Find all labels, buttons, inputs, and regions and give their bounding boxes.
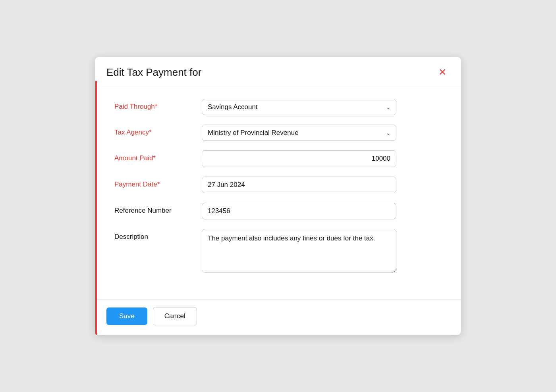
paid-through-row: Paid Through* Savings Account Checking A… <box>114 99 442 115</box>
reference-number-row: Reference Number <box>114 203 442 219</box>
save-button[interactable]: Save <box>106 307 147 325</box>
amount-paid-label: Amount Paid* <box>114 150 202 162</box>
payment-date-label: Payment Date* <box>114 177 202 188</box>
amount-paid-row: Amount Paid* <box>114 150 442 167</box>
reference-number-field <box>202 203 396 219</box>
description-textarea[interactable]: The payment also includes any fines or d… <box>202 229 396 273</box>
payment-date-field <box>202 177 396 193</box>
paid-through-select-wrapper: Savings Account Checking Account Cash ⌄ <box>202 99 396 115</box>
dialog-header: Edit Tax Payment for ✕ <box>95 57 461 86</box>
description-label: Description <box>114 229 202 241</box>
cancel-button[interactable]: Cancel <box>153 307 197 325</box>
reference-number-input[interactable] <box>202 203 396 219</box>
payment-date-row: Payment Date* <box>114 177 442 193</box>
description-field: The payment also includes any fines or d… <box>202 229 396 274</box>
dialog-title: Edit Tax Payment for <box>106 66 201 79</box>
close-button[interactable]: ✕ <box>435 66 450 79</box>
amount-paid-input[interactable] <box>202 150 396 167</box>
tax-agency-row: Tax Agency* Ministry of Provincial Reven… <box>114 125 442 141</box>
reference-number-label: Reference Number <box>114 203 202 215</box>
paid-through-label: Paid Through* <box>114 99 202 111</box>
amount-paid-field <box>202 150 396 167</box>
tax-agency-label: Tax Agency* <box>114 125 202 136</box>
dialog-body: Paid Through* Savings Account Checking A… <box>95 86 461 300</box>
dialog-footer: Save Cancel <box>95 300 461 335</box>
tax-agency-field: Ministry of Provincial Revenue Federal T… <box>202 125 396 141</box>
description-row: Description The payment also includes an… <box>114 229 442 274</box>
paid-through-field: Savings Account Checking Account Cash ⌄ <box>202 99 396 115</box>
paid-through-select[interactable]: Savings Account Checking Account Cash <box>202 99 396 115</box>
edit-tax-payment-dialog: Edit Tax Payment for ✕ Paid Through* Sav… <box>95 57 461 335</box>
tax-agency-select-wrapper: Ministry of Provincial Revenue Federal T… <box>202 125 396 141</box>
tax-agency-select[interactable]: Ministry of Provincial Revenue Federal T… <box>202 125 396 141</box>
payment-date-input[interactable] <box>202 177 396 193</box>
